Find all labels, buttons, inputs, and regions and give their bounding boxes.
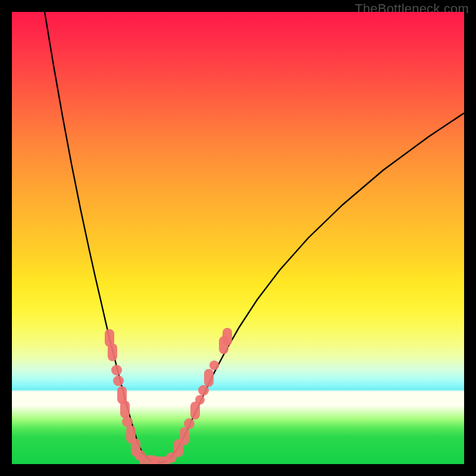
marker-dot	[223, 328, 232, 346]
marker-dot	[108, 343, 117, 361]
marker-dot	[184, 418, 195, 429]
chart-area	[12, 12, 464, 464]
marker-dot	[195, 395, 205, 405]
marker-dot	[120, 400, 130, 418]
marker-dot	[209, 361, 219, 370]
curve-plot	[12, 12, 464, 464]
marker-dot	[111, 365, 122, 375]
curve-right-branch	[167, 113, 464, 461]
marker-cluster	[105, 328, 232, 464]
marker-dot	[113, 375, 124, 386]
marker-dot	[198, 385, 209, 396]
curve-left-branch	[45, 12, 138, 444]
marker-dot	[204, 369, 214, 387]
marker-dot	[180, 427, 189, 445]
